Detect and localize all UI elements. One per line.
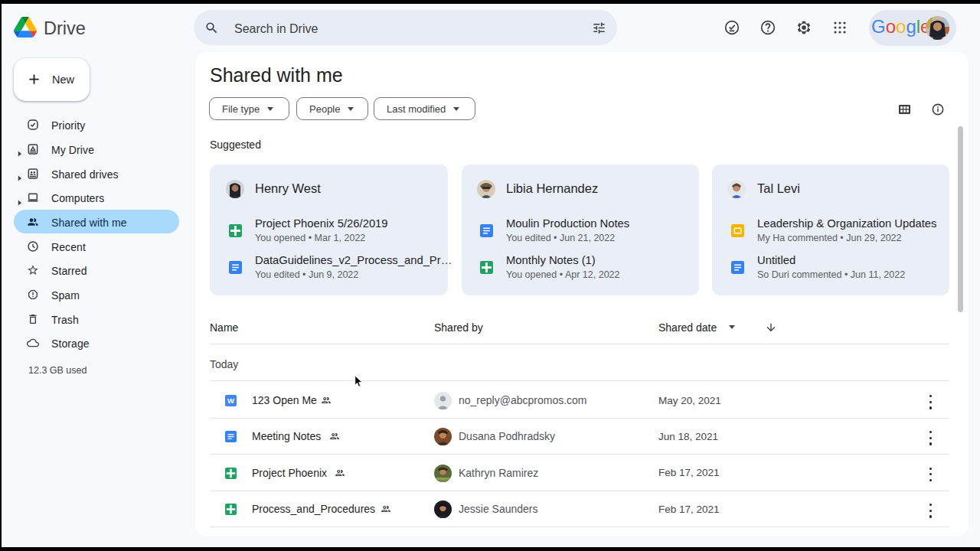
svg-text:W: W [227, 396, 234, 405]
